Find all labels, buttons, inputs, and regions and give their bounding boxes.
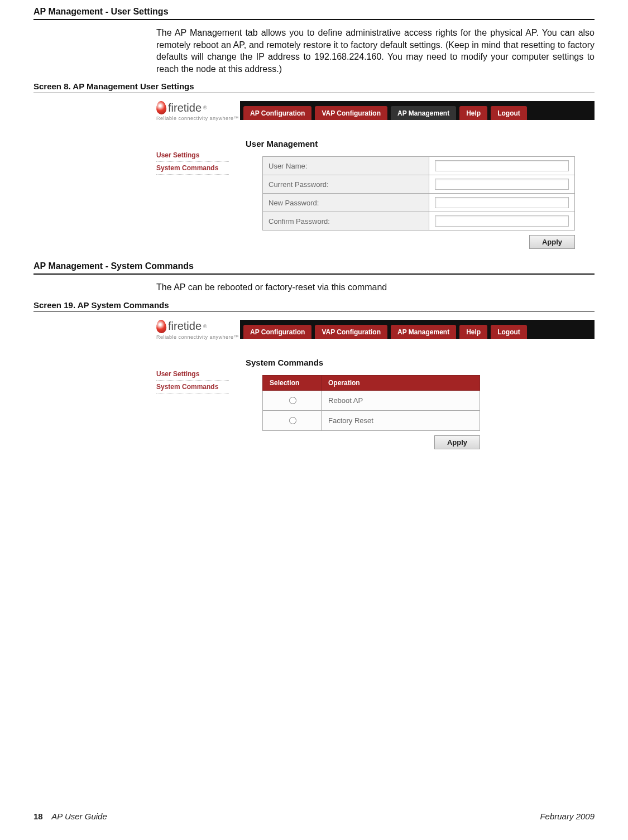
panel-title-user-management: User Management [246, 139, 595, 148]
label-confirm-password: Confirm Password: [263, 212, 429, 231]
system-commands-table: Selection Operation Reboot AP Factory Re… [262, 375, 480, 431]
input-current-password[interactable] [435, 179, 569, 190]
apply-button[interactable]: Apply [529, 235, 575, 249]
screenshot-system-commands: firetide ® Reliable connectivity anywher… [156, 320, 595, 449]
logo-subtitle-2: Reliable connectivity anywhere™ [156, 334, 240, 340]
tab-help[interactable]: Help [459, 106, 487, 120]
logo-text-2: firetide [168, 320, 202, 333]
section-title-system-commands: AP Management - System Commands [33, 261, 595, 275]
sidenav-user-settings[interactable]: User Settings [156, 149, 229, 162]
firetide-flame-icon [156, 319, 167, 333]
op-factory-reset: Factory Reset [322, 410, 480, 430]
panel-title-system-commands: System Commands [246, 358, 595, 367]
tab-help-2[interactable]: Help [459, 325, 487, 339]
tabbar-2: AP Configuration VAP Configuration AP Ma… [240, 320, 595, 339]
side-nav-2: User Settings System Commands [156, 368, 240, 393]
tab-ap-configuration[interactable]: AP Configuration [243, 106, 311, 120]
tabbar: AP Configuration VAP Configuration AP Ma… [240, 101, 595, 120]
tab-vap-configuration[interactable]: VAP Configuration [315, 106, 387, 120]
col-header-selection: Selection [263, 375, 322, 390]
label-new-password: New Password: [263, 194, 429, 212]
tab-vap-configuration-2[interactable]: VAP Configuration [315, 325, 387, 339]
body-text-user-settings: The AP Management tab allows you to defi… [156, 27, 595, 75]
apply-button-2[interactable]: Apply [434, 435, 480, 449]
input-user-name[interactable] [435, 160, 569, 171]
footer-date: February 2009 [540, 812, 595, 821]
logo-block: firetide ® Reliable connectivity anywher… [156, 101, 240, 121]
radio-reboot-ap[interactable] [289, 397, 296, 404]
radio-factory-reset[interactable] [289, 417, 296, 424]
input-confirm-password[interactable] [435, 215, 569, 227]
logo-block-2: firetide ® Reliable connectivity anywher… [156, 320, 240, 340]
figure-caption-screen19: Screen 19. AP System Commands [33, 300, 595, 312]
label-user-name: User Name: [263, 157, 429, 175]
sidenav-system-commands-2[interactable]: System Commands [156, 381, 229, 393]
tab-logout[interactable]: Logout [491, 106, 527, 120]
input-new-password[interactable] [435, 197, 569, 208]
user-management-form: User Name: Current Password: New Passwor… [262, 156, 575, 231]
tab-ap-management-2[interactable]: AP Management [391, 325, 456, 339]
section-title-user-settings: AP Management - User Settings [33, 7, 595, 20]
tab-ap-configuration-2[interactable]: AP Configuration [243, 325, 311, 339]
screenshot-user-management: firetide ® Reliable connectivity anywher… [156, 101, 595, 249]
tab-logout-2[interactable]: Logout [491, 325, 527, 339]
page-number: 18 [33, 812, 43, 821]
op-reboot-ap: Reboot AP [322, 390, 480, 410]
sidenav-user-settings-2[interactable]: User Settings [156, 368, 229, 381]
figure-caption-screen8: Screen 8. AP Management User Settings [33, 81, 595, 93]
col-header-operation: Operation [322, 375, 480, 390]
firetide-flame-icon [156, 101, 167, 115]
page-footer: 18 AP User Guide February 2009 [33, 812, 595, 821]
doc-title: AP User Guide [51, 812, 107, 821]
body-text-system-commands: The AP can be rebooted or factory-reset … [156, 281, 595, 294]
logo-subtitle: Reliable connectivity anywhere™ [156, 116, 240, 121]
side-nav: User Settings System Commands [156, 149, 240, 175]
logo-text: firetide [168, 102, 202, 114]
tab-ap-management[interactable]: AP Management [391, 106, 456, 120]
label-current-password: Current Password: [263, 175, 429, 194]
sidenav-system-commands[interactable]: System Commands [156, 162, 229, 175]
